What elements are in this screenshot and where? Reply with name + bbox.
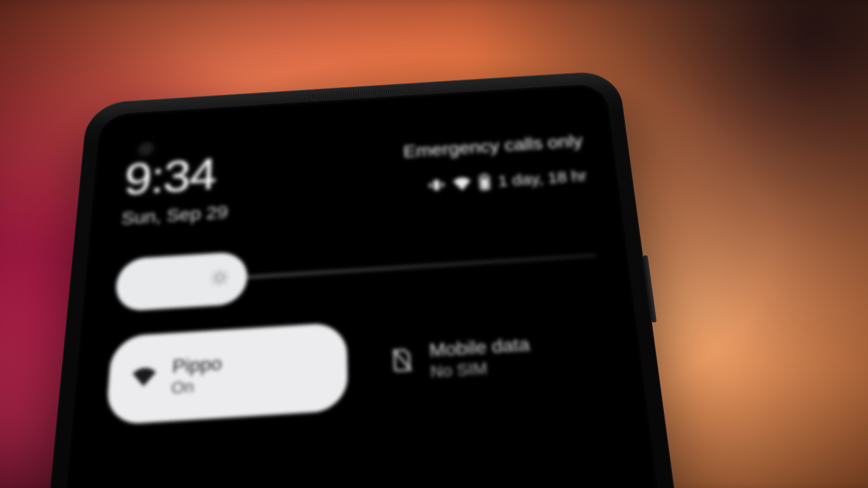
tile-wifi[interactable]: Pippo On [105, 322, 348, 425]
svg-point-4 [216, 274, 224, 281]
brightness-thumb[interactable] [114, 251, 247, 312]
status-indicators: 1 day, 18 hr [404, 167, 588, 196]
svg-rect-2 [482, 174, 486, 176]
quick-settings-header: 9:34 Sun, Sep 29 Emergency calls only [120, 131, 589, 228]
network-status-text: Emergency calls only [403, 131, 584, 161]
clock-block: 9:34 Sun, Sep 29 [120, 153, 229, 229]
brightness-slider[interactable] [114, 230, 598, 312]
battery-estimate-text: 1 day, 18 hr [497, 167, 588, 190]
tile-wifi-labels: Pippo On [171, 352, 222, 398]
tile-wifi-subtitle: On [171, 375, 222, 398]
tile-mobile-data[interactable]: Mobile data No SIM [367, 306, 611, 409]
clock-time: 9:34 [123, 153, 230, 199]
quick-settings-panel[interactable]: 9:34 Sun, Sep 29 Emergency calls only [105, 131, 611, 425]
tile-wifi-title: Pippo [172, 352, 222, 378]
power-button[interactable] [643, 255, 656, 323]
phone-screen: 9:34 Sun, Sep 29 Emergency calls only [0, 83, 769, 488]
svg-rect-0 [433, 180, 439, 190]
stage: 9:34 Sun, Sep 29 Emergency calls only [0, 0, 868, 488]
svg-rect-3 [481, 178, 488, 189]
quick-tiles-row: Pippo On Mobile data [105, 306, 611, 426]
no-sim-icon [391, 346, 414, 378]
status-block: Emergency calls only [403, 131, 588, 196]
phone-body: 9:34 Sun, Sep 29 Emergency calls only [0, 70, 795, 488]
clock-date: Sun, Sep 29 [120, 202, 228, 229]
wifi-icon [131, 365, 157, 391]
wifi-icon [452, 175, 471, 191]
tile-mobile-data-labels: Mobile data No SIM [429, 333, 532, 381]
vibrate-icon [427, 177, 445, 193]
battery-icon [478, 174, 491, 190]
brightness-icon [208, 267, 232, 291]
